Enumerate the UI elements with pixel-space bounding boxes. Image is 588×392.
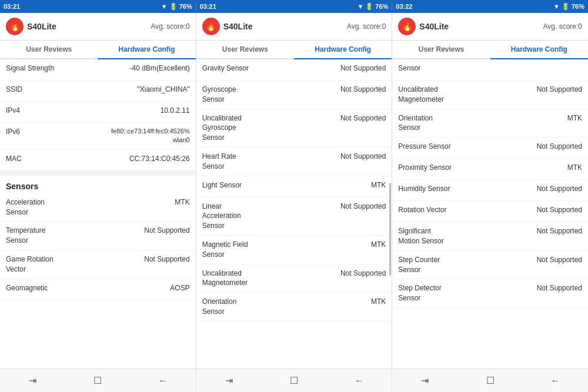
value-proximity: MTK [567,163,582,173]
recent-icon-1: ⇥ [29,375,36,386]
value-uncal-mag-3: Not Supported [537,85,582,95]
value-step-counter: Not Supported [537,255,582,265]
battery-pct-3: 76% [572,3,584,10]
label-orientation: OrientationSensor [202,297,371,317]
value-gravity: Not Supported [340,63,386,73]
row-gravity: Gravity Sensor Not Supported [196,59,392,81]
label-accel: AccelerationSensor [6,197,175,217]
value-rotation-vector: Not Supported [537,205,582,215]
label-uncal-mag-3: UncalibratedMagnetometer [398,85,536,105]
row-mag-field: Magnetic FieldSensor MTK [196,236,392,264]
row-proximity: Proximity Sensor MTK [392,159,588,180]
app-header-1: 🔥 S40Lite Avg. score:0 [0,13,196,41]
label-uncal-mag: UncalibratedMagnetometer [202,269,340,289]
label-geomag: Geomagnetic [6,283,170,293]
home-icon-2: ☐ [290,375,298,386]
panel-2-content: Gravity Sensor Not Supported GyroscopeSe… [196,59,392,368]
value-geomag: AOSP [170,283,189,293]
row-uncal-mag-3: UncalibratedMagnetometer Not Supported [392,81,588,109]
app-header-2: 🔥 S40Lite Avg. score:0 [196,13,392,41]
battery-icon-3: 🔋 [562,3,570,11]
recent-apps-btn-1[interactable]: ⇥ [24,373,41,389]
wifi-icon-3: ▼ [553,3,560,10]
label-game-rot: Game RotationVector [6,254,144,274]
row-ipv4: IPv4 10.0.2.11 [0,102,196,123]
tab-bar-2: User Reviews Hardware Config [196,41,392,59]
tab-hardware-config-3[interactable]: Hardware Config [490,41,588,59]
row-sensor-label: Sensor [392,59,588,81]
value-heart-rate: Not Supported [340,152,386,162]
battery-icon-1: 🔋 [169,3,178,11]
home-btn-3[interactable]: ☐ [482,373,499,389]
tab-hardware-config-2[interactable]: Hardware Config [294,41,392,59]
value-signal: -40 dBm(Excellent) [130,63,190,73]
value-linear-accel: Not Supported [340,202,386,212]
row-orient-3: OrientationSensor MTK [392,109,588,138]
label-temp: TemperatureSensor [6,226,144,246]
nav-segment-2: ⇥ ☐ ← [196,369,393,392]
back-btn-3[interactable]: ← [547,373,564,389]
row-sig-motion: SignificantMotion Sensor Not Supported [392,222,588,251]
value-sig-motion: Not Supported [537,226,582,236]
row-geomag: Geomagnetic AOSP [0,279,196,300]
main-content: 🔥 S40Lite Avg. score:0 User Reviews Hard… [0,13,588,368]
wifi-icon-2: ▼ [357,3,363,10]
tab-user-reviews-3[interactable]: User Reviews [392,41,490,58]
home-btn-1[interactable]: ☐ [89,373,106,389]
value-ssid: "Xiaomi_CHINA" [137,85,189,95]
panel-2: 🔥 S40Lite Avg. score:0 User Reviews Hard… [196,13,393,368]
back-icon-3: ← [551,376,560,386]
status-segment-3: 03:22 ▼ 🔋 76% [392,3,588,11]
label-step-detector: Step DetectorSensor [398,283,536,303]
label-gravity: Gravity Sensor [202,63,340,73]
label-humidity: Humidity Sensor [398,184,536,194]
label-light: Light Sensor [202,180,371,190]
value-ipv4: 10.0.2.11 [161,106,190,116]
divider-1 [0,171,196,176]
value-temp: Not Supported [144,226,189,236]
recent-apps-btn-2[interactable]: ⇥ [220,373,237,389]
app-logo-3: 🔥 S40Lite [398,18,449,35]
label-ssid: SSID [6,85,137,95]
row-orientation: OrientationSensor MTK [196,293,392,321]
app-logo-1: 🔥 S40Lite [6,18,56,35]
tab-bar-1: User Reviews Hardware Config [0,41,196,59]
row-uncal-gyro: UncalibratedGyroscopeSensor Not Supporte… [196,109,392,148]
row-uncal-mag: UncalibratedMagnetometer Not Supported [196,264,392,293]
value-gyro: Not Supported [340,85,386,95]
app-icon-3: 🔥 [398,18,416,35]
status-icons-1: ▼ 🔋 76% [161,3,192,11]
back-btn-1[interactable]: ← [155,373,171,389]
sensors-title-1: Sensors [0,176,196,193]
recent-icon-2: ⇥ [225,375,233,386]
recent-apps-btn-3[interactable]: ⇥ [417,373,433,389]
value-mac: CC:73:14:C0:45:26 [129,154,190,164]
label-ipv4: IPv4 [6,106,161,116]
status-icons-2: ▼ 🔋 76% [357,3,388,11]
back-btn-2[interactable]: ← [351,373,368,389]
row-accel: AccelerationSensor MTK [0,193,196,222]
label-step-counter: Step CounterSensor [398,255,536,275]
label-uncal-gyro: UncalibratedGyroscopeSensor [202,113,340,143]
row-light: Light Sensor MTK [196,176,392,197]
panel-3-content: Sensor UncalibratedMagnetometer Not Supp… [392,59,588,368]
home-btn-2[interactable]: ☐ [286,373,302,389]
tab-hardware-config-1[interactable]: Hardware Config [98,41,195,59]
row-rotation-vector: Rotation Vector Not Supported [392,201,588,222]
label-pressure: Pressure Sensor [398,142,536,152]
battery-pct-1: 76% [179,3,192,10]
avg-score-3: Avg. score:0 [543,22,582,31]
value-humidity: Not Supported [537,184,582,194]
value-uncal-mag: Not Supported [340,269,386,279]
value-step-detector: Not Supported [537,283,582,293]
value-pressure: Not Supported [537,142,582,152]
tab-bar-3: User Reviews Hardware Config [392,41,588,59]
label-heart-rate: Heart RateSensor [202,152,340,172]
label-sensor: Sensor [398,63,582,73]
tab-user-reviews-1[interactable]: User Reviews [0,41,98,58]
avg-score-2: Avg. score:0 [347,22,386,31]
row-mac: MAC CC:73:14:C0:45:26 [0,150,196,171]
row-signal: Signal Strength -40 dBm(Excellent) [0,59,196,81]
tab-user-reviews-2[interactable]: User Reviews [196,41,294,58]
value-light: MTK [371,180,386,190]
